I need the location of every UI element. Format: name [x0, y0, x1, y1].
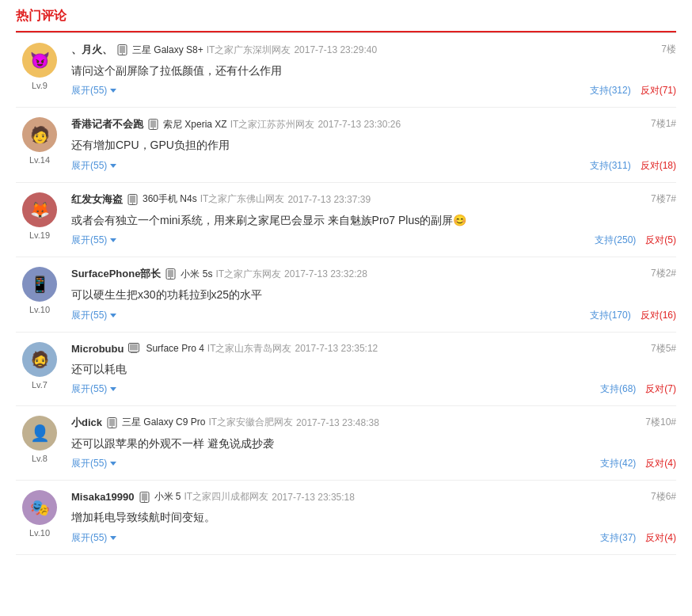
comment-meta: Microbubu Surface Pro 4 IT之家山东青岛网友 2017-… [71, 342, 676, 356]
comment-actions: 展开(55) 支持(312) 反对(71) [71, 84, 676, 97]
comment-item: 👤 Lv.8 小dick 三星 Galaxy C9 Pro IT之家安徽合肥网友… [16, 406, 676, 481]
avatar: 👤 [22, 416, 57, 451]
expand-button[interactable]: 展开(55) [71, 234, 116, 247]
expand-button[interactable]: 展开(55) [71, 159, 116, 173]
username: 、月火、 [71, 43, 112, 57]
svg-point-17 [112, 426, 112, 427]
comment-content: 或者会有独立一个mini系统，用来刷之家尾巴会显示 来自魅族Pro7 Plus的… [71, 211, 676, 229]
comment-meta: 小dick 三星 Galaxy C9 Pro IT之家安徽合肥网友 2017-7… [71, 416, 676, 430]
svg-rect-19 [142, 493, 147, 500]
floor-number: 7楼10# [645, 416, 676, 429]
location-info: IT之家广东网友 [215, 268, 281, 281]
avatar-area: 😈 Lv.9 [16, 43, 63, 97]
device-name: 360手机 N4s [143, 192, 197, 206]
support-button[interactable]: 支持(250) [595, 234, 636, 247]
avatar-area: 🎭 Lv.10 [16, 490, 63, 544]
against-button[interactable]: 反对(5) [645, 234, 676, 247]
level-badge: Lv.14 [29, 155, 50, 165]
against-button[interactable]: 反对(18) [641, 159, 676, 173]
expand-arrow-icon [110, 387, 116, 391]
svg-rect-10 [168, 270, 173, 277]
comment-item: 📱 Lv.10 SurfacePhone部长 小米 5s IT之家广东网友 20… [16, 257, 676, 332]
against-button[interactable]: 反对(4) [645, 531, 676, 545]
comment-item: 🧔 Lv.7 Microbubu Surface Pro 4 IT之家山东青岛网… [16, 333, 676, 406]
level-badge: Lv.10 [29, 528, 50, 538]
location-info: IT之家江苏苏州网友 [230, 118, 315, 131]
level-badge: Lv.8 [32, 454, 48, 463]
expand-button[interactable]: 展开(55) [71, 309, 116, 322]
comment-meta: 红发女海盗 360手机 N4s IT之家广东佛山网友 2017-7-13 23:… [71, 192, 676, 207]
expand-arrow-icon [110, 462, 116, 466]
comment-content: 增加耗电导致续航时间变短。 [71, 508, 676, 526]
svg-rect-7 [130, 196, 135, 203]
vote-area: 支持(312) 反对(71) [590, 84, 676, 97]
support-button[interactable]: 支持(42) [600, 457, 636, 470]
svg-rect-1 [120, 46, 125, 53]
avatar: 🎭 [22, 490, 57, 525]
section-title: 热门评论 [16, 8, 676, 32]
comment-item: 😈 Lv.9 、月火、 三星 Galaxy S8+ IT之家广东深圳网友 201… [16, 33, 676, 108]
against-button[interactable]: 反对(71) [641, 84, 676, 97]
support-button[interactable]: 支持(312) [590, 84, 631, 97]
expand-arrow-icon [110, 89, 116, 93]
svg-rect-4 [150, 120, 156, 127]
comment-body: Misaka19990 小米 5 IT之家四川成都网友 2017-7-13 23… [71, 490, 676, 544]
location-info: IT之家山东青岛网友 [207, 342, 292, 356]
support-button[interactable]: 支持(170) [590, 309, 631, 322]
floor-number: 7楼2# [651, 267, 676, 280]
svg-rect-14 [131, 352, 137, 354]
vote-area: 支持(170) 反对(16) [590, 309, 676, 322]
against-button[interactable]: 反对(16) [641, 309, 676, 322]
comment-body: SurfacePhone部长 小米 5s IT之家广东网友 2017-7-13 … [71, 267, 676, 321]
device-name: 小米 5 [154, 490, 181, 504]
svg-rect-13 [130, 344, 138, 351]
against-button[interactable]: 反对(4) [645, 457, 676, 470]
svg-point-2 [122, 53, 123, 54]
support-button[interactable]: 支持(37) [600, 531, 636, 545]
timestamp: 2017-7-13 23:35:12 [295, 343, 378, 354]
floor-number: 7楼5# [651, 342, 676, 356]
timestamp: 2017-7-13 23:30:26 [317, 119, 401, 130]
floor-number: 7楼 [661, 43, 676, 56]
device-name: 三星 Galaxy S8+ [132, 44, 203, 57]
expand-arrow-icon [110, 536, 116, 540]
expand-arrow-icon [110, 164, 116, 168]
username: Misaka19990 [71, 491, 135, 503]
vote-area: 支持(311) 反对(18) [590, 159, 676, 173]
against-button[interactable]: 反对(7) [645, 382, 676, 396]
avatar-area: 🦊 Lv.19 [16, 192, 63, 247]
expand-arrow-icon [110, 314, 116, 318]
floor-number: 7楼6# [651, 490, 676, 504]
floor-number: 7楼7# [651, 192, 676, 206]
device-name: 小米 5s [181, 268, 212, 281]
expand-button[interactable]: 展开(55) [71, 531, 116, 545]
avatar: 🧔 [22, 342, 57, 377]
location-info: IT之家安徽合肥网友 [208, 416, 293, 429]
comment-list: 😈 Lv.9 、月火、 三星 Galaxy S8+ IT之家广东深圳网友 201… [16, 32, 676, 555]
avatar-area: 🧑 Lv.14 [16, 117, 63, 172]
svg-point-5 [153, 128, 154, 129]
avatar: 🦊 [22, 192, 57, 227]
username: 香港记者不会跑 [71, 117, 143, 131]
floor-number: 7楼1# [651, 117, 676, 131]
comment-meta: 、月火、 三星 Galaxy S8+ IT之家广东深圳网友 2017-7-13 … [71, 43, 676, 57]
comment-item: 🧑 Lv.14 香港记者不会跑 索尼 Xperia XZ IT之家江苏苏州网友 … [16, 108, 676, 182]
svg-point-20 [143, 500, 144, 501]
expand-button[interactable]: 展开(55) [71, 84, 116, 97]
comment-content: 可以硬生生把x30的功耗拉到x25的水平 [71, 286, 676, 303]
expand-button[interactable]: 展开(55) [71, 457, 116, 470]
vote-area: 支持(37) 反对(4) [600, 531, 676, 545]
username: SurfacePhone部长 [71, 267, 161, 281]
support-button[interactable]: 支持(311) [590, 159, 631, 173]
support-button[interactable]: 支持(68) [600, 382, 636, 396]
username: 红发女海盗 [71, 192, 123, 207]
comment-meta: SurfacePhone部长 小米 5s IT之家广东网友 2017-7-13 … [71, 267, 676, 281]
comment-actions: 展开(55) 支持(37) 反对(4) [71, 531, 676, 545]
expand-button[interactable]: 展开(55) [71, 382, 116, 396]
comment-content: 请问这个副屏除了拉低颜值，还有什么作用 [71, 62, 676, 79]
location-info: IT之家广东深圳网友 [207, 44, 291, 57]
comment-content: 还有增加CPU，GPU负担的作用 [71, 136, 676, 154]
expand-arrow-icon [110, 238, 116, 242]
comment-meta: 香港记者不会跑 索尼 Xperia XZ IT之家江苏苏州网友 2017-7-1… [71, 117, 676, 131]
comment-content: 还可以耗电 [71, 360, 676, 378]
